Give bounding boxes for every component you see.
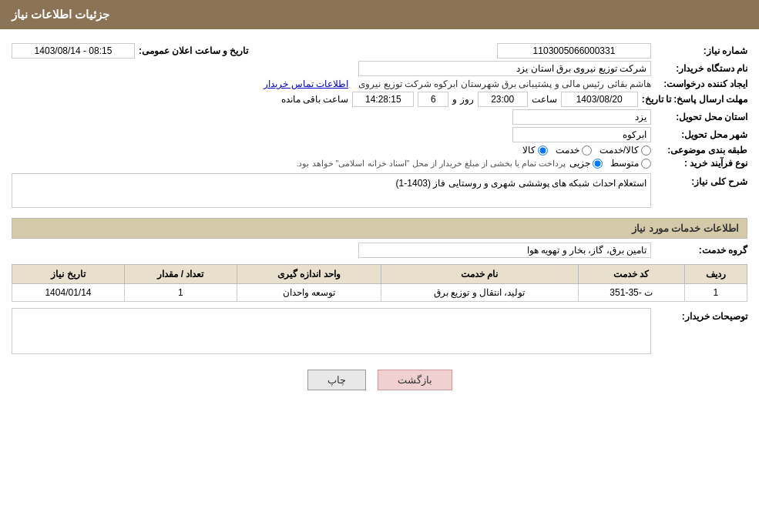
- send-time-label: ساعت: [532, 94, 557, 105]
- action-buttons: بازگشت چاپ: [12, 370, 747, 390]
- remaining-label: ساعت باقی مانده: [281, 94, 349, 105]
- cell-count: 1: [124, 284, 237, 302]
- buyer-notes-textarea[interactable]: [12, 308, 651, 354]
- purchase-note: پرداخت تمام یا بخشی از مبلغ خریدار از مح…: [296, 159, 566, 169]
- radio-jozyi-label: جزیی: [569, 158, 590, 169]
- services-table: ردیف کد خدمت نام خدمت واحد اندازه گیری ت…: [12, 264, 747, 302]
- send-days-input: [418, 92, 448, 107]
- creator-value: هاشم بقائی رئیس مالی و پشتیبانی برق شهرس…: [358, 79, 651, 89]
- cell-service-code: ت -35-351: [578, 284, 684, 302]
- need-number-input: [497, 43, 651, 59]
- description-label: شرح کلی نیاز:: [655, 173, 747, 187]
- radio-motawaset-label: متوسط: [610, 158, 639, 169]
- city-label: شهر محل تحویل:: [655, 129, 747, 140]
- page-title: جزئیات اطلاعات نیاز: [12, 8, 109, 21]
- cell-unit: توسعه واحدان: [237, 284, 381, 302]
- radio-service-label: خدمت: [556, 145, 579, 156]
- send-time-input: [478, 92, 528, 107]
- services-section-title: اطلاعات خدمات مورد نیاز: [12, 218, 747, 239]
- buyer-org-input: [358, 61, 651, 76]
- radio-jozyi[interactable]: [593, 159, 603, 169]
- description-textarea[interactable]: [12, 173, 651, 208]
- radio-kala-label: کالا: [522, 145, 536, 156]
- category-radio-group: کالا/خدمت خدمت کالا: [522, 145, 651, 156]
- buyer-notes-label: توصیحات خریدار:: [655, 308, 747, 322]
- print-button[interactable]: چاپ: [307, 370, 366, 390]
- col-count: تعداد / مقدار: [124, 265, 237, 284]
- radio-motawaset[interactable]: [641, 159, 651, 169]
- need-number-label: شماره نیاز:: [655, 45, 747, 56]
- col-row-num: ردیف: [684, 265, 747, 284]
- radio-kala-service-label: کالا/خدمت: [599, 145, 639, 156]
- cell-service-name: تولید، انتقال و توزیع برق: [381, 284, 578, 302]
- service-group-label: گروه خدمت:: [655, 245, 747, 256]
- table-row: 1 ت -35-351 تولید، انتقال و توزیع برق تو…: [12, 284, 747, 302]
- city-input: [512, 127, 651, 142]
- announce-label: تاریخ و ساعت اعلان عمومی:: [139, 45, 248, 56]
- buyer-org-label: نام دستگاه خریدار:: [655, 63, 747, 74]
- cell-date: 1404/01/14: [12, 284, 125, 302]
- send-days-label: روز و: [452, 94, 473, 105]
- contact-link[interactable]: اطلاعات تماس خریدار: [264, 79, 348, 89]
- page-header: جزئیات اطلاعات نیاز: [0, 0, 759, 29]
- col-unit: واحد اندازه گیری: [237, 265, 381, 284]
- col-service-name: نام خدمت: [381, 265, 578, 284]
- province-label: استان محل تحویل:: [655, 112, 747, 122]
- cell-row-num: 1: [684, 284, 747, 302]
- service-group-input: [358, 243, 651, 258]
- province-input: [512, 109, 651, 125]
- radio-service[interactable]: [582, 146, 592, 156]
- remaining-time-input: [352, 92, 414, 107]
- back-button[interactable]: بازگشت: [378, 370, 452, 390]
- purchase-type-label: نوع فرآیند خرید :: [655, 158, 747, 169]
- send-deadline-label: مهلت ارسال پاسخ: تا تاریخ:: [642, 94, 747, 105]
- radio-kala-service[interactable]: [641, 146, 651, 156]
- radio-kala[interactable]: [538, 146, 548, 156]
- col-date: تاریخ نیاز: [12, 265, 125, 284]
- purchase-type-radio-group: متوسط جزیی: [569, 158, 651, 169]
- send-date-input: [561, 92, 638, 107]
- announce-input: [12, 43, 135, 59]
- category-label: طبقه بندی موضوعی:: [655, 145, 747, 156]
- col-service-code: کد خدمت: [578, 265, 684, 284]
- creator-label: ایجاد کننده درخواست:: [655, 79, 747, 89]
